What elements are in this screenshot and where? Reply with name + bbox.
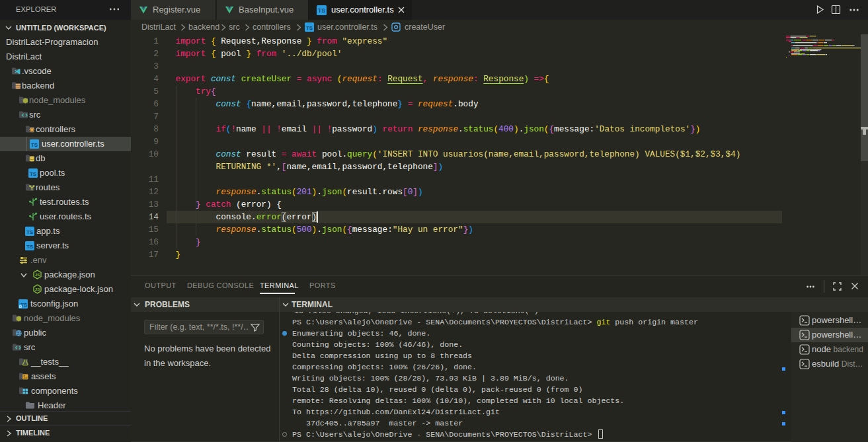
svg-text:TS: TS xyxy=(31,142,38,148)
svg-text:TS: TS xyxy=(318,7,325,14)
svg-text:JS: JS xyxy=(35,287,40,291)
svg-text:TS: TS xyxy=(30,171,37,177)
svg-text:TS: TS xyxy=(26,229,34,235)
svg-text:JS: JS xyxy=(35,272,40,277)
svg-text:TS: TS xyxy=(306,25,313,31)
svg-text:TS: TS xyxy=(26,244,34,250)
